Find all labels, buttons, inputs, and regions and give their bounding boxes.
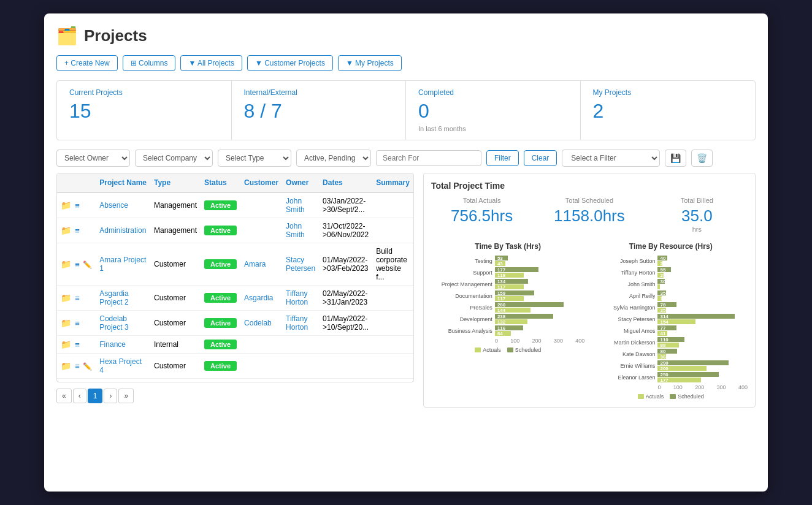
page-first-button[interactable]: « bbox=[56, 389, 72, 403]
bar-scheduled: 290 bbox=[657, 360, 729, 365]
row-icons: 📁 ≡ bbox=[57, 286, 96, 311]
customer-link[interactable]: Amara bbox=[244, 260, 266, 268]
col-owner-header[interactable]: Owner bbox=[282, 173, 319, 192]
col-status-header[interactable]: Status bbox=[201, 173, 240, 192]
create-new-button[interactable]: + Create New bbox=[56, 55, 118, 71]
project-link[interactable]: Administration bbox=[99, 226, 146, 235]
bar-group: 290 200 bbox=[657, 360, 748, 371]
project-link[interactable]: Asgardia Project 2 bbox=[99, 289, 128, 306]
gantt-icon[interactable]: ≡ bbox=[75, 340, 80, 349]
chart-bar-row: Miguel Amos 77 41 bbox=[594, 325, 748, 336]
owner-link[interactable]: John Smith bbox=[286, 197, 305, 214]
company-filter[interactable]: Select Company bbox=[135, 150, 213, 167]
owner-link[interactable]: Stacy Petersen bbox=[286, 256, 315, 273]
col-type-header[interactable]: Type bbox=[150, 173, 201, 192]
chart-bar-row: April Reilly 35 18 bbox=[594, 290, 748, 301]
project-link[interactable]: Amara Project 1 bbox=[99, 256, 146, 273]
customer-link[interactable]: Asgardia bbox=[244, 294, 273, 302]
status-filter[interactable]: Active, Pending bbox=[296, 150, 371, 167]
folder-icon[interactable]: 📁 bbox=[61, 226, 71, 235]
columns-button[interactable]: ⊞ Columns bbox=[123, 55, 176, 71]
gantt-icon[interactable]: ≡ bbox=[75, 294, 80, 303]
folder-icon[interactable]: 📁 bbox=[61, 259, 71, 269]
edit-icon[interactable]: ✏️ bbox=[83, 362, 92, 371]
edit-icon[interactable]: ✏️ bbox=[83, 260, 92, 269]
filter-button[interactable]: Filter bbox=[486, 150, 519, 166]
current-projects-label: Current Projects bbox=[69, 88, 219, 97]
owner-cell: Tiffany Horton bbox=[282, 286, 319, 311]
bar-scheduled: 53 bbox=[495, 256, 508, 260]
completed-value: 0 bbox=[418, 100, 568, 123]
folder-icon[interactable]: 📁 bbox=[61, 318, 71, 328]
folder-icon[interactable]: 📁 bbox=[61, 293, 71, 303]
chart-bar-row: Kate Dawson 80 36 bbox=[594, 349, 748, 359]
my-projects-label: My Projects bbox=[593, 88, 743, 97]
bar-scheduled: 35 bbox=[657, 290, 666, 295]
bar-label: PreSales bbox=[431, 305, 492, 311]
save-filter-button[interactable]: 💾 bbox=[665, 150, 686, 167]
dates-cell bbox=[319, 354, 372, 379]
folder-icon[interactable]: 📁 bbox=[61, 361, 71, 371]
bar-actuals: 154 bbox=[657, 319, 695, 324]
gantt-icon[interactable]: ≡ bbox=[75, 362, 80, 371]
customer-projects-button[interactable]: ▼ Customer Projects bbox=[247, 55, 333, 71]
table-scroll[interactable]: Project Name Type Status Customer Owner … bbox=[57, 173, 413, 382]
owner-cell bbox=[282, 379, 319, 382]
project-link[interactable]: Absence bbox=[99, 201, 128, 210]
col-customer-header[interactable]: Customer bbox=[240, 173, 282, 192]
owner-link[interactable]: Tiffany Horton bbox=[286, 314, 308, 332]
total-billed-value: 35.0 bbox=[646, 207, 748, 226]
status-badge: Active bbox=[204, 259, 237, 269]
projects-table: Project Name Type Status Customer Owner … bbox=[57, 173, 413, 382]
bar-group: 53 43 bbox=[495, 256, 585, 266]
charts-area: Total Project Time Total Actuals 756.5hr… bbox=[423, 173, 756, 408]
gantt-icon[interactable]: ≡ bbox=[75, 201, 80, 210]
project-name-cell: IT Support bbox=[96, 379, 150, 382]
task-chart-bars: Testing 53 43 Support 177 118 Project Ma… bbox=[431, 256, 585, 336]
project-link[interactable]: Codelab Project 3 bbox=[99, 314, 128, 332]
table-row: 📁 ≡ Asgardia Project 2 Customer Active A… bbox=[57, 286, 413, 311]
charts-row: Time By Task (Hrs) Testing 53 43 Support… bbox=[431, 242, 748, 400]
owner-link[interactable]: John Smith bbox=[286, 222, 305, 239]
project-link[interactable]: Finance bbox=[99, 340, 126, 349]
col-project-name-header[interactable]: Project Name bbox=[96, 173, 150, 192]
stats-row: Current Projects 15 Internal/External 8 … bbox=[56, 80, 756, 140]
owner-filter[interactable]: Select Owner bbox=[56, 150, 130, 167]
owner-link[interactable]: Tiffany Horton bbox=[286, 289, 308, 306]
all-projects-button[interactable]: ▼ All Projects bbox=[180, 55, 242, 71]
page-last-button[interactable]: » bbox=[118, 389, 134, 403]
folder-icon[interactable]: 📁 bbox=[61, 340, 71, 349]
type-filter[interactable]: Select Type bbox=[218, 150, 291, 167]
col-summary-header[interactable]: Summary bbox=[372, 173, 413, 192]
status-cell: Active bbox=[201, 379, 240, 382]
project-link[interactable]: Hexa Project 4 bbox=[99, 357, 142, 374]
search-input[interactable] bbox=[376, 150, 481, 166]
bar-label: Business Analysis bbox=[431, 328, 492, 334]
delete-filter-button[interactable]: 🗑️ bbox=[691, 150, 713, 167]
clear-button[interactable]: Clear bbox=[524, 150, 557, 166]
bar-actuals: 118 bbox=[495, 273, 524, 278]
chart-bar-row: Business Analysis 116 64 bbox=[431, 325, 585, 336]
page-prev-button[interactable]: ‹ bbox=[73, 389, 86, 403]
bar-actuals: 25 bbox=[657, 273, 664, 278]
page-next-button[interactable]: › bbox=[104, 389, 117, 403]
col-dates-header[interactable]: Dates bbox=[319, 173, 372, 192]
bar-actuals: 18 bbox=[657, 296, 662, 301]
gantt-icon[interactable]: ≡ bbox=[75, 260, 80, 269]
total-scheduled-stat: Total Scheduled 1158.0hrs bbox=[538, 197, 640, 233]
customer-link[interactable]: Codelab bbox=[244, 319, 272, 327]
folder-icon[interactable]: 📁 bbox=[61, 200, 71, 210]
gantt-icon[interactable]: ≡ bbox=[75, 319, 80, 328]
page-current-button[interactable]: 1 bbox=[88, 389, 103, 403]
saved-filter-select[interactable]: Select a Filter bbox=[562, 150, 660, 167]
chart-bar-row: Testing 53 43 bbox=[431, 256, 585, 266]
status-cell: Active bbox=[201, 192, 240, 218]
internal-external-stat: Internal/External 8 / 7 bbox=[232, 81, 407, 140]
type-cell: Customer bbox=[150, 311, 201, 336]
owner-cell: Stacy Petersen bbox=[282, 243, 319, 286]
actuals-legend: Actuals bbox=[475, 347, 501, 353]
my-projects-button[interactable]: ▼ My Projects bbox=[338, 55, 402, 71]
bar-label: Support bbox=[431, 270, 492, 276]
type-cell: Internal bbox=[150, 379, 201, 382]
gantt-icon[interactable]: ≡ bbox=[75, 226, 80, 235]
